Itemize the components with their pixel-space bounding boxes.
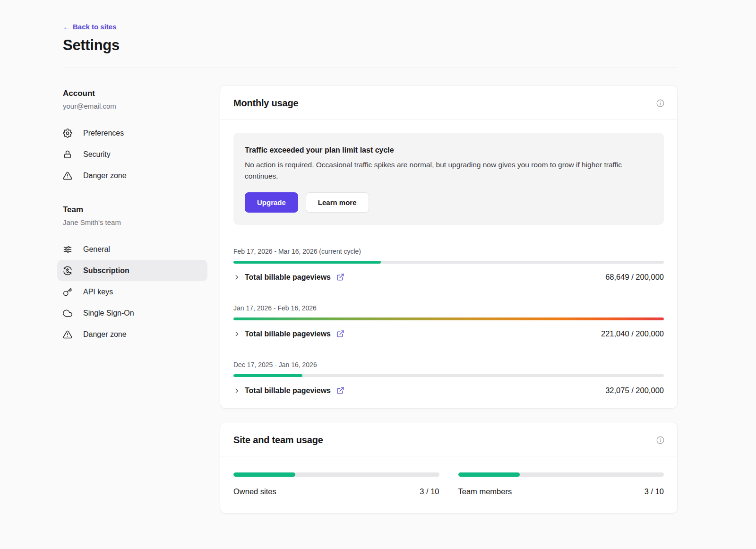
account-section-heading: Account: [63, 89, 207, 98]
dollar-cycle-icon: [63, 266, 72, 275]
usage-cycle-previous: Jan 17, 2026 - Feb 16, 2026 Total billab…: [233, 304, 664, 338]
owned-sites-metric: Owned sites 3 / 10: [233, 472, 439, 496]
external-link-icon[interactable]: [336, 273, 344, 281]
sidebar-item-label: Danger zone: [83, 330, 127, 339]
monthly-usage-info-button[interactable]: [656, 99, 665, 108]
cycle-period: Feb 17, 2026 - Mar 16, 2026 (current cyc…: [233, 248, 664, 255]
team-members-progress-track: [458, 472, 664, 477]
team-nav-group: General Subscription API keys: [63, 239, 207, 345]
owned-sites-value: 3 / 10: [420, 487, 439, 496]
site-team-usage-title: Site and team usage: [233, 435, 323, 446]
sidebar-item-label: Single Sign-On: [83, 309, 134, 317]
sidebar-item-subscription[interactable]: Subscription: [57, 260, 207, 281]
key-icon: [63, 287, 72, 297]
monthly-usage-title: Monthly usage: [233, 98, 298, 109]
team-members-metric: Team members 3 / 10: [458, 472, 664, 496]
cycle-usage-value: 221,040 / 200,000: [601, 329, 664, 338]
sidebar-item-single-sign-on[interactable]: Single Sign-On: [57, 302, 207, 324]
settings-page: ← Back to sites Settings Account your@em…: [0, 0, 756, 527]
back-to-sites-link[interactable]: ← Back to sites: [63, 23, 756, 31]
cycle-metric-label: Total billable pageviews: [245, 273, 331, 282]
sliders-icon: [63, 245, 72, 254]
owned-sites-progress-fill: [233, 472, 295, 477]
settings-sidebar: Account your@email.com Preferences Secur…: [63, 68, 207, 527]
team-members-label: Team members: [458, 487, 512, 496]
warning-triangle-icon: [63, 330, 72, 339]
settings-main: Monthly usage Traffic exceeded your plan…: [207, 68, 678, 527]
account-email: your@email.com: [63, 102, 207, 110]
alert-body: No action is required. Occasional traffi…: [245, 159, 653, 182]
team-name: Jane Smith's team: [63, 218, 207, 226]
usage-progress-fill: [233, 261, 381, 264]
chevron-right-icon: [233, 274, 240, 281]
warning-triangle-icon: [63, 171, 72, 180]
sidebar-item-label: API keys: [83, 288, 113, 296]
sidebar-item-danger-zone-team[interactable]: Danger zone: [57, 324, 207, 345]
cycle-metric-label: Total billable pageviews: [245, 386, 331, 395]
team-members-progress-fill: [458, 472, 520, 477]
team-members-value: 3 / 10: [644, 487, 664, 496]
cycle-usage-value: 68,649 / 200,000: [605, 273, 664, 282]
back-to-sites-label: Back to sites: [73, 23, 117, 31]
sidebar-item-label: Danger zone: [83, 172, 127, 180]
cloud-icon: [63, 309, 72, 318]
sidebar-item-label: Subscription: [83, 266, 129, 275]
sidebar-item-label: General: [83, 245, 110, 254]
external-link-icon[interactable]: [336, 330, 344, 338]
usage-cycle-older: Dec 17, 2025 - Jan 16, 2026 Total billab…: [233, 361, 664, 395]
cycle-period: Dec 17, 2025 - Jan 16, 2026: [233, 361, 664, 369]
info-icon: [656, 436, 665, 445]
sidebar-item-label: Preferences: [83, 129, 124, 137]
owned-sites-progress-track: [233, 472, 439, 477]
lock-icon: [63, 150, 72, 159]
account-nav-group: Preferences Security Danger zone: [63, 122, 207, 186]
page-title: Settings: [63, 37, 756, 54]
cycle-usage-value: 32,075 / 200,000: [605, 386, 664, 395]
sidebar-item-label: Security: [83, 150, 111, 159]
usage-progress-track: [233, 261, 664, 264]
alert-title: Traffic exceeded your plan limit last cy…: [245, 146, 653, 154]
info-icon: [656, 99, 665, 108]
traffic-exceeded-alert: Traffic exceeded your plan limit last cy…: [233, 133, 664, 225]
sidebar-item-api-keys[interactable]: API keys: [57, 281, 207, 302]
usage-progress-fill: [233, 374, 302, 377]
gear-icon: [63, 129, 72, 138]
owned-sites-label: Owned sites: [233, 487, 276, 496]
arrow-left-icon: ←: [63, 23, 70, 31]
monthly-usage-card: Monthly usage Traffic exceeded your plan…: [220, 85, 678, 409]
chevron-right-icon: [233, 331, 240, 337]
usage-progress-track: [233, 317, 664, 320]
site-team-usage-card: Site and team usage Owned sites: [220, 422, 678, 514]
chevron-right-icon: [233, 387, 240, 394]
sidebar-item-security[interactable]: Security: [57, 144, 207, 165]
cycle-metric-label: Total billable pageviews: [245, 330, 331, 338]
total-billable-pageviews-toggle[interactable]: Total billable pageviews: [233, 386, 344, 395]
usage-cycle-current: Feb 17, 2026 - Mar 16, 2026 (current cyc…: [233, 248, 664, 282]
sidebar-item-danger-zone-account[interactable]: Danger zone: [57, 165, 207, 186]
site-team-usage-info-button[interactable]: [656, 436, 665, 445]
sidebar-item-preferences[interactable]: Preferences: [57, 122, 207, 144]
sidebar-item-general[interactable]: General: [57, 239, 207, 260]
learn-more-button[interactable]: Learn more: [306, 192, 369, 213]
upgrade-button[interactable]: Upgrade: [245, 192, 298, 213]
usage-progress-track: [233, 374, 664, 377]
usage-progress-fill: [233, 317, 664, 320]
total-billable-pageviews-toggle[interactable]: Total billable pageviews: [233, 330, 344, 338]
cycle-period: Jan 17, 2026 - Feb 16, 2026: [233, 304, 664, 312]
external-link-icon[interactable]: [336, 386, 344, 395]
team-section-heading: Team: [63, 205, 207, 214]
total-billable-pageviews-toggle[interactable]: Total billable pageviews: [233, 273, 344, 282]
